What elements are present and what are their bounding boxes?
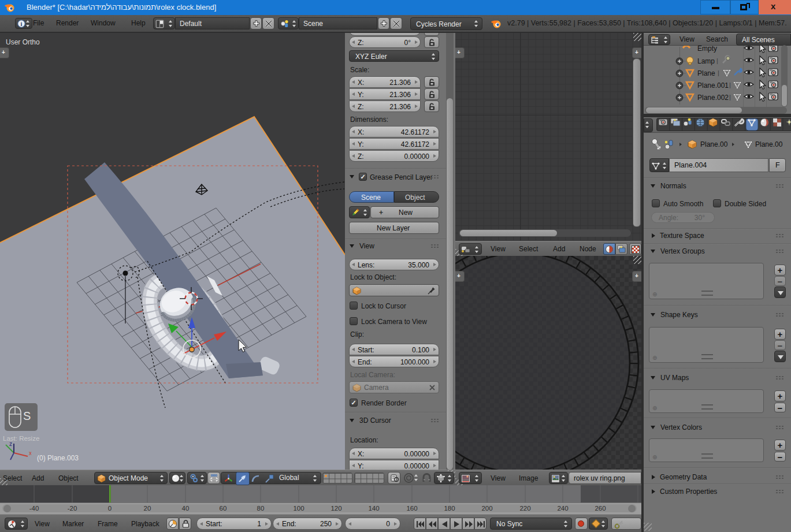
- svg-text:|: |: [729, 81, 731, 88]
- svg-text:20: 20: [144, 505, 151, 512]
- svg-text:200: 200: [481, 505, 492, 512]
- svg-text:240: 240: [557, 505, 568, 512]
- svg-text:Plane.00: Plane.00: [700, 140, 728, 148]
- svg-text:x: x: [29, 450, 31, 456]
- svg-text:Plane.002: Plane.002: [697, 94, 729, 102]
- svg-text:140: 140: [368, 505, 379, 512]
- svg-text:0: 0: [108, 505, 112, 512]
- svg-text:Plane.001: Plane.001: [697, 81, 729, 90]
- svg-text:220: 220: [519, 505, 530, 512]
- svg-text:Lamp: Lamp: [697, 57, 715, 65]
- svg-text:Plane.00: Plane.00: [755, 140, 783, 148]
- svg-text:z: z: [9, 441, 12, 447]
- svg-text:Empty: Empty: [697, 44, 717, 53]
- svg-text:60: 60: [220, 505, 227, 512]
- svg-text:Plane: Plane: [697, 69, 715, 77]
- svg-text:120: 120: [330, 505, 341, 512]
- svg-text:160: 160: [406, 505, 417, 512]
- svg-text:100: 100: [293, 505, 304, 512]
- svg-text:i: i: [21, 21, 23, 27]
- svg-text:180: 180: [444, 505, 455, 512]
- svg-text:260: 260: [595, 505, 606, 512]
- svg-text:-20: -20: [68, 505, 77, 512]
- svg-text:40: 40: [182, 505, 190, 512]
- svg-text:80: 80: [257, 505, 265, 512]
- svg-text:|: |: [716, 57, 718, 64]
- svg-text:|: |: [718, 69, 719, 76]
- svg-text:-40: -40: [29, 505, 39, 512]
- svg-text:|: |: [729, 94, 731, 101]
